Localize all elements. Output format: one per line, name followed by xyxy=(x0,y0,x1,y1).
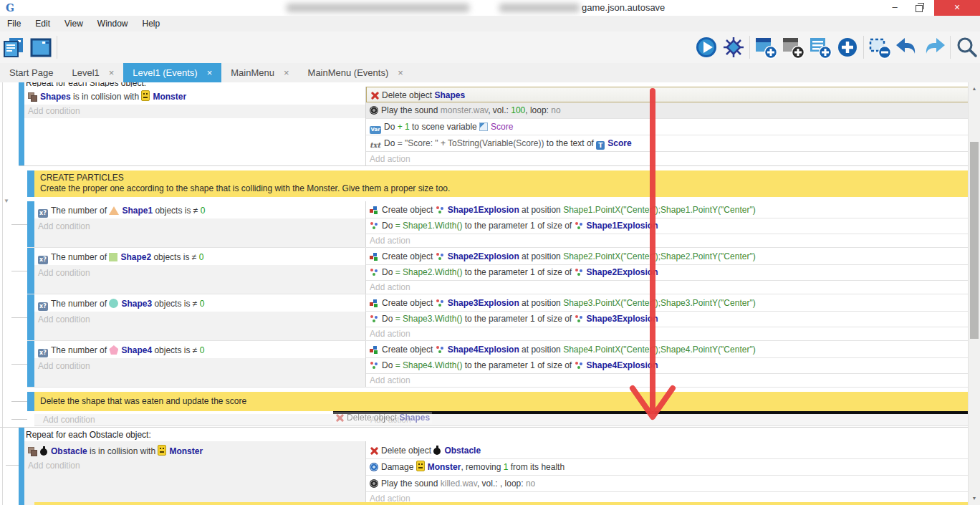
menu-view[interactable]: View xyxy=(57,16,90,32)
scroll-down-icon[interactable]: ▼ xyxy=(969,494,980,504)
action-row[interactable]: Create object Shape2Explosion at positio… xyxy=(366,249,969,265)
add-condition-button[interactable]: Add condition xyxy=(34,265,365,294)
text-segment: no xyxy=(526,478,535,489)
sub-event-conditions: The number of Shape3 objects is ≠ 0 Add … xyxy=(34,294,366,340)
condition-row[interactable]: The number of Shape4 objects is ≠ 0 xyxy=(34,343,365,358)
project-manager-icon[interactable] xyxy=(0,34,27,61)
undo-icon[interactable] xyxy=(893,34,921,61)
add-action-button[interactable]: Add action xyxy=(366,152,969,166)
debug-icon[interactable] xyxy=(720,34,747,61)
tab-level1-events[interactable]: Level1 (Events) xyxy=(123,63,221,82)
particles-icon xyxy=(436,345,445,354)
add-condition-button[interactable]: Add condition xyxy=(34,312,365,340)
play-icon[interactable] xyxy=(693,34,720,61)
action-row[interactable]: Do + 1 to scene variable Score xyxy=(366,119,969,135)
search-icon[interactable] xyxy=(953,34,980,61)
add-event-icon[interactable] xyxy=(752,34,779,61)
comment-block[interactable]: Delete the shape that was eaten and upda… xyxy=(34,392,969,411)
condition-row[interactable]: Obstacle is in collision with Monster xyxy=(24,443,365,459)
add-sub-event-icon[interactable] xyxy=(779,34,807,61)
add-condition-label: Add condition xyxy=(38,313,90,326)
condition-row[interactable]: The number of Shape3 objects is ≠ 0 xyxy=(34,297,365,312)
add-something-icon[interactable] xyxy=(834,34,861,61)
menu-help[interactable]: Help xyxy=(135,16,168,32)
tab-close-icon[interactable] xyxy=(207,67,213,78)
action-row[interactable]: Play the sound killed.wav, vol.: , loop:… xyxy=(366,476,969,492)
restore-button[interactable] xyxy=(907,0,931,16)
text-segment: Score xyxy=(607,138,631,148)
particles-icon xyxy=(370,268,379,276)
particles-icon xyxy=(575,268,584,276)
scene-editor-icon[interactable] xyxy=(27,34,54,61)
text-segment: Play the sound xyxy=(381,105,441,115)
action-row[interactable]: Create object Shape3Explosion at positio… xyxy=(366,296,969,312)
text-segment: 0 xyxy=(200,345,205,355)
add-action-button[interactable]: Add action xyxy=(366,234,969,247)
action-row[interactable]: Do = Shape1.Width() to the parameter 1 o… xyxy=(366,218,969,234)
tab-label: Start Page xyxy=(9,67,53,78)
event2-header-row[interactable]: Repeat for each Obstacle object: xyxy=(24,428,969,441)
condition-row[interactable]: The number of Shape2 objects is ≠ 0 xyxy=(34,250,365,265)
text-segment: Shape1Explosion xyxy=(448,205,519,215)
text-segment: Shape4Explosion xyxy=(448,345,519,355)
menu-edit[interactable]: Edit xyxy=(28,16,57,32)
text-segment: Shape2Explosion xyxy=(448,251,519,261)
add-condition-button[interactable]: Add condition xyxy=(34,358,365,387)
add-condition-label: Add condition xyxy=(38,220,90,233)
text-segment: to the text of xyxy=(544,138,597,148)
action-row[interactable]: Damage Monster, removing 1 from its heal… xyxy=(366,459,969,476)
tab-mainmenu-events[interactable]: MainMenu (Events) xyxy=(299,63,413,82)
add-condition-button[interactable]: Add condition xyxy=(34,218,365,247)
unselect-all-icon[interactable] xyxy=(866,34,893,61)
event-highlight-bar xyxy=(27,248,34,294)
scroll-up-icon[interactable]: ▲ xyxy=(969,84,980,94)
text-segment: at position xyxy=(519,345,563,355)
add-condition-button[interactable]: Add condition xyxy=(24,459,365,473)
condition-row[interactable]: The number of Shape1 objects is ≠ 0 xyxy=(34,203,365,218)
add-condition-button[interactable]: Add condition xyxy=(24,105,365,118)
text-segment: to the parameter 1 of size of xyxy=(462,221,574,231)
add-action-button[interactable]: Add action xyxy=(366,374,969,387)
comment-title: CREATE PARTICLES xyxy=(40,173,963,183)
text-segment: , vol.: , loop: xyxy=(477,478,526,489)
text-segment: 0 xyxy=(201,206,206,216)
scrollbar-thumb[interactable] xyxy=(970,142,979,339)
text-segment: + 1 xyxy=(398,122,410,132)
tab-close-icon[interactable] xyxy=(109,67,115,78)
condition-row[interactable]: Shapes is in collision with Monster xyxy=(24,89,365,105)
add-action-button[interactable]: Add action xyxy=(366,281,969,294)
vertical-scrollbar[interactable]: ▲ ▼ xyxy=(968,82,980,505)
comment-block[interactable]: CREATE PARTICLES Create the proper one a… xyxy=(34,170,969,197)
tab-start-page[interactable]: Start Page xyxy=(0,63,62,82)
action-row[interactable]: Do = "Score: " + ToString(Variable(Score… xyxy=(366,135,969,152)
tab-level1[interactable]: Level1 xyxy=(62,63,123,82)
action-row[interactable]: Play the sound monster.wav, vol.: 100, l… xyxy=(366,102,969,119)
action-row[interactable]: Do = Shape2.Width() to the parameter 1 o… xyxy=(366,265,969,281)
action-row[interactable]: Delete object Obstacle xyxy=(366,443,969,459)
tab-mainmenu[interactable]: MainMenu xyxy=(221,63,298,82)
add-action-button[interactable]: Add action xyxy=(366,327,969,340)
text-segment: = "Score: " + ToString(Variable(Score)) xyxy=(398,138,544,148)
add-condition-button[interactable]: Add condition xyxy=(43,414,95,425)
menu-file[interactable]: File xyxy=(0,16,28,32)
menu-window[interactable]: Window xyxy=(90,16,135,32)
redo-icon[interactable] xyxy=(921,34,948,61)
action-row[interactable]: Create object Shape4Explosion at positio… xyxy=(366,342,969,358)
text-segment: Damage xyxy=(381,462,416,472)
tab-close-icon[interactable] xyxy=(398,67,403,78)
action-row[interactable]: Do = Shape4.Width() to the parameter 1 o… xyxy=(366,358,969,374)
event1-conditions: Shapes is in collision with Monster Add … xyxy=(24,87,366,165)
text-segment: Shape3Explosion xyxy=(448,298,519,308)
add-comment-icon[interactable] xyxy=(807,34,834,61)
close-button[interactable]: × xyxy=(934,0,980,16)
tab-close-icon[interactable] xyxy=(284,67,289,78)
sound-icon xyxy=(370,479,378,488)
delete-icon xyxy=(335,413,344,422)
create-icon xyxy=(370,206,379,214)
action-row[interactable]: Create object Shape1Explosion at positio… xyxy=(366,203,969,218)
obstacle-icon xyxy=(40,446,48,456)
action-row-selected[interactable]: Delete object Shapes xyxy=(366,87,969,102)
toolbar-separator xyxy=(749,36,750,59)
action-row[interactable]: Do = Shape3.Width() to the parameter 1 o… xyxy=(366,312,969,327)
minimize-button[interactable]: – xyxy=(883,0,907,16)
